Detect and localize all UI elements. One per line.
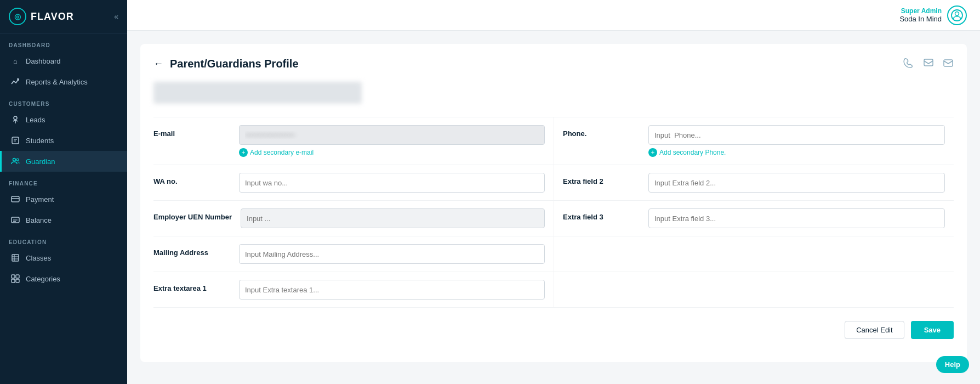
classes-icon (10, 253, 20, 263)
add-secondary-phone-label: Add secondary Phone. (659, 149, 726, 156)
page-header: ← Parent/Guardians Profile (153, 57, 954, 71)
plus-icon: + (648, 148, 657, 157)
sidebar-item-guardian[interactable]: Guardian (0, 151, 127, 172)
sidebar-item-label: Students (26, 137, 54, 145)
form-grid: E-mail + Add secondary e-mail Phone. (153, 117, 954, 308)
employer-input-wrap (241, 208, 545, 228)
content-area: ← Parent/Guardians Profile (127, 31, 980, 384)
main-area: Super Admin Soda In Mind ← Parent/Guardi… (127, 0, 980, 384)
svg-rect-21 (16, 279, 19, 283)
sidebar-item-payment[interactable]: Payment (0, 189, 127, 210)
sidebar-item-label: Dashboard (26, 57, 61, 65)
sidebar-item-label: Payment (26, 195, 54, 204)
form-section: E-mail + Add secondary e-mail Phone. (153, 117, 954, 308)
mailing-input-wrap (239, 244, 545, 264)
sidebar-item-label: Classes (26, 254, 51, 262)
name-input-blurred[interactable] (153, 82, 362, 104)
call-icon[interactable] (903, 57, 914, 71)
form-footer: Cancel Edit Save (153, 321, 954, 339)
chart-icon (10, 77, 20, 87)
textarea1-input-wrap (239, 280, 545, 300)
add-secondary-email-label: Add secondary e-mail (250, 149, 314, 156)
wa-field-container: WA no. (153, 165, 554, 201)
employer-field-container: Employer UEN Number (153, 201, 554, 236)
user-name: Soda In Mind (899, 15, 942, 23)
mailing-input[interactable] (239, 244, 545, 264)
svg-rect-14 (12, 255, 19, 261)
textarea1-field-container: Extra textarea 1 (153, 272, 554, 308)
logo-icon: ◎ (9, 8, 26, 25)
home-icon: ⌂ (10, 56, 20, 66)
user-avatar (947, 5, 967, 25)
save-button[interactable]: Save (911, 321, 954, 339)
user-info: Super Admin Soda In Mind (899, 5, 967, 25)
sidebar-item-classes[interactable]: Classes (0, 247, 127, 268)
email-label: E-mail (153, 125, 230, 138)
svg-rect-9 (12, 196, 19, 202)
add-secondary-email-button[interactable]: + Add secondary e-mail (239, 148, 545, 157)
email-input[interactable] (239, 125, 545, 145)
svg-rect-24 (924, 59, 933, 66)
sidebar-item-balance[interactable]: Balance (0, 210, 127, 230)
section-label-customers: CUSTOMERS (0, 92, 127, 109)
sidebar-item-students[interactable]: Students (0, 130, 127, 151)
svg-point-7 (13, 159, 16, 161)
mailing-right-empty (554, 236, 954, 272)
employer-label: Employer UEN Number (153, 208, 232, 221)
sidebar-item-label: Reports & Analytics (26, 78, 88, 86)
svg-rect-18 (12, 275, 15, 278)
page-card: ← Parent/Guardians Profile (140, 44, 967, 362)
email-field-container: E-mail + Add secondary e-mail (153, 117, 554, 165)
page-title-row: ← Parent/Guardians Profile (153, 58, 299, 70)
topbar: Super Admin Soda In Mind (127, 0, 980, 31)
sidebar-item-label: Guardian (26, 157, 55, 166)
add-secondary-phone-button[interactable]: + Add secondary Phone. (648, 148, 945, 157)
sidebar-item-dashboard[interactable]: ⌂ Dashboard (0, 50, 127, 71)
mailing-field-container: Mailing Address (153, 236, 554, 272)
wa-label: WA no. (153, 173, 230, 185)
textarea1-right-empty (554, 272, 954, 308)
email-icon[interactable] (943, 57, 954, 71)
sidebar-item-label: Balance (26, 216, 52, 224)
sidebar-item-leads[interactable]: Leads (0, 109, 127, 130)
employer-input[interactable] (241, 208, 545, 228)
payment-icon (10, 194, 20, 204)
extra2-input-wrap (648, 173, 945, 193)
sidebar-item-label: Leads (26, 116, 45, 124)
phone-field-container: Phone. + Add secondary Phone. (554, 117, 954, 165)
plus-icon: + (239, 148, 248, 157)
sidebar-item-categories[interactable]: Categories (0, 268, 127, 289)
svg-rect-4 (12, 137, 19, 144)
categories-icon (10, 274, 20, 284)
extra2-input[interactable] (648, 173, 945, 193)
section-label-dashboard: DASHBOARD (0, 33, 127, 50)
svg-rect-20 (12, 279, 15, 283)
wa-input-wrap (239, 173, 545, 193)
section-label-finance: FINANCE (0, 172, 127, 189)
phone-input[interactable] (648, 125, 945, 145)
extra3-label: Extra field 3 (563, 208, 640, 221)
collapse-sidebar-button[interactable]: « (114, 12, 118, 21)
user-role: Super Admin (899, 7, 942, 15)
phone-input-wrap: + Add secondary Phone. (648, 125, 945, 157)
sidebar-item-label: Categories (26, 275, 60, 283)
cancel-edit-button[interactable]: Cancel Edit (845, 321, 904, 339)
extra2-label: Extra field 2 (563, 173, 640, 185)
logo-text: FLAVOR (31, 11, 74, 22)
back-button[interactable]: ← (153, 58, 163, 70)
extra3-input-wrap (648, 208, 945, 228)
name-field-row (153, 82, 954, 104)
extra3-input[interactable] (648, 208, 945, 228)
svg-rect-19 (16, 275, 19, 278)
mailing-label: Mailing Address (153, 244, 230, 257)
leads-icon (10, 115, 20, 125)
textarea1-input[interactable] (239, 280, 545, 300)
help-button[interactable]: Help (936, 356, 969, 373)
section-label-education: EDUCATION (0, 230, 127, 247)
svg-point-0 (14, 116, 17, 120)
sidebar-item-reports[interactable]: Reports & Analytics (0, 71, 127, 92)
balance-icon (10, 215, 20, 225)
wa-input[interactable] (239, 173, 545, 193)
page-title: Parent/Guardians Profile (170, 58, 299, 70)
message-icon[interactable] (923, 57, 934, 71)
